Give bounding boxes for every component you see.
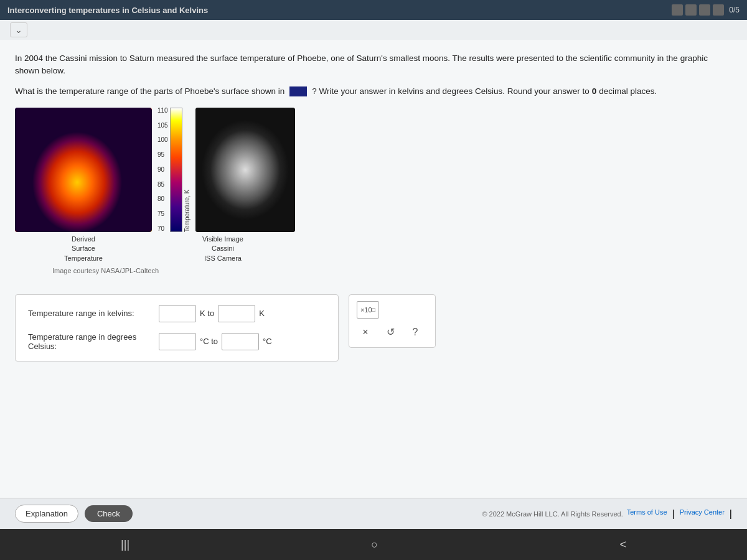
- copyright-area: © 2022 McGraw Hill LLC. All Rights Reser…: [482, 508, 732, 520]
- zero-text: 0: [592, 85, 597, 98]
- kelvin-unit-2: K: [259, 309, 265, 318]
- explanation-button[interactable]: Explanation: [15, 505, 78, 523]
- copyright-links: Terms of Use | Privacy Center |: [627, 508, 732, 520]
- thermal-image: [15, 108, 152, 232]
- chevron-row: ⌄: [0, 20, 747, 40]
- score-display: 0/5: [729, 6, 740, 14]
- back-icon[interactable]: <: [619, 538, 626, 551]
- image-section: 110 105 100 95 90 85 80 75 70 Temp: [15, 108, 732, 274]
- scale-90: 90: [157, 167, 168, 173]
- visible-image-label: Visible Image Cassini ISS Camera: [173, 235, 273, 263]
- keypad-superscript: □: [372, 307, 375, 313]
- visible-image-inner: [195, 108, 295, 232]
- derived-label-1: Derived: [72, 235, 95, 243]
- keypad-x10-button[interactable]: ×10□: [357, 301, 379, 319]
- kelvin-input-group: K to K: [159, 305, 265, 322]
- keypad-x10-label: ×10: [360, 306, 372, 314]
- color-swatch: [289, 86, 307, 96]
- celsius-unit-1: °C to: [200, 337, 218, 346]
- window-controls: [672, 4, 724, 16]
- visible-label-2: Cassini: [212, 245, 234, 252]
- visible-image: [195, 108, 295, 232]
- undo-icon: ↺: [387, 326, 395, 338]
- window-btn-3[interactable]: [699, 4, 710, 16]
- kelvin-row: Temperature range in kelvins: K to K: [28, 305, 326, 322]
- keypad-bottom: × ↺ ?: [357, 324, 428, 341]
- thermal-image-inner: [15, 108, 152, 232]
- close-icon: ×: [362, 327, 368, 338]
- help-icon: ?: [413, 327, 418, 338]
- scale-labels: 110 105 100 95 90 85 80 75 70: [156, 108, 170, 232]
- visible-label-1: Visible Image: [202, 235, 243, 243]
- intro-paragraph: In 2004 the Cassini mission to Saturn me…: [15, 52, 732, 78]
- scale-100: 100: [157, 137, 168, 143]
- keypad-top: ×10□: [357, 301, 428, 319]
- question-text-3: decimal places.: [599, 85, 657, 98]
- scale-105: 105: [157, 123, 168, 129]
- collapse-button[interactable]: ⌄: [10, 22, 27, 37]
- celsius-unit-2: °C: [263, 337, 272, 346]
- celsius-from-input[interactable]: [159, 333, 196, 350]
- celsius-row: Temperature range in degrees Celsius: °C…: [28, 332, 326, 351]
- temp-scale-container: 110 105 100 95 90 85 80 75 70: [156, 108, 182, 232]
- keypad-undo-button[interactable]: ↺: [382, 324, 399, 341]
- copyright-text: © 2022 McGraw Hill LLC. All Rights Reser…: [482, 510, 622, 518]
- image-labels: Derived Surface Temperature Visible Imag…: [15, 235, 273, 263]
- scale-80: 80: [157, 196, 168, 202]
- window-btn-2[interactable]: [685, 4, 697, 16]
- kelvin-label: Temperature range in kelvins:: [28, 309, 153, 318]
- scale-95: 95: [157, 152, 168, 158]
- divider: |: [672, 508, 675, 520]
- scale-70: 70: [157, 226, 168, 232]
- kelvin-from-input[interactable]: [159, 305, 196, 322]
- celsius-label: Temperature range in degrees Celsius:: [28, 332, 153, 351]
- keypad-close-button[interactable]: ×: [357, 324, 374, 341]
- answer-section: Temperature range in kelvins: K to K Tem…: [15, 294, 732, 362]
- scale-bar: [170, 108, 182, 232]
- page-title: Interconverting temperatures in Celsius …: [7, 6, 208, 15]
- image-credit: Image courtesy NASA/JPL-Caltech: [52, 267, 159, 274]
- scale-110: 110: [157, 108, 168, 114]
- privacy-link[interactable]: Privacy Center: [680, 508, 725, 520]
- terms-link[interactable]: Terms of Use: [627, 508, 667, 520]
- image-container: 110 105 100 95 90 85 80 75 70 Temp: [15, 108, 295, 232]
- scale-85: 85: [157, 182, 168, 188]
- phone-nav-bar: ||| ○ <: [0, 529, 747, 560]
- check-button[interactable]: Check: [85, 505, 133, 522]
- kelvin-unit-1: K to: [200, 309, 214, 318]
- question-text-2: ? Write your answer in kelvins and degre…: [312, 85, 589, 98]
- derived-label-3: Temperature: [64, 254, 103, 262]
- trailing-pipe: |: [730, 508, 732, 520]
- top-bar: Interconverting temperatures in Celsius …: [0, 0, 747, 20]
- derived-label-2: Surface: [72, 245, 95, 252]
- keypad-help-button[interactable]: ?: [406, 324, 424, 341]
- question-text-1: What is the temperature range of the par…: [15, 85, 284, 98]
- question-paragraph: What is the temperature range of the par…: [15, 85, 732, 98]
- scale-75: 75: [157, 211, 168, 217]
- main-content: In 2004 the Cassini mission to Saturn me…: [0, 40, 747, 498]
- answer-fields-panel: Temperature range in kelvins: K to K Tem…: [15, 294, 339, 362]
- visible-label-3: ISS Camera: [204, 254, 242, 262]
- temp-scale-wrapper: 110 105 100 95 90 85 80 75 70 Temp: [152, 108, 190, 232]
- home-icon[interactable]: ○: [371, 538, 378, 551]
- keypad-panel: ×10□ × ↺ ?: [349, 294, 436, 348]
- window-btn-1[interactable]: [672, 4, 683, 16]
- celsius-input-group: °C to °C: [159, 333, 272, 350]
- bottom-left: Explanation Check: [15, 505, 133, 523]
- window-btn-4[interactable]: [713, 4, 724, 16]
- bottom-bar: Explanation Check © 2022 McGraw Hill LLC…: [0, 498, 747, 529]
- celsius-to-input[interactable]: [222, 333, 259, 350]
- derived-surface-label: Derived Surface Temperature: [15, 235, 152, 263]
- scale-title: Temperature, K: [184, 108, 190, 232]
- kelvin-to-input[interactable]: [218, 305, 255, 322]
- temp-scale: 110 105 100 95 90 85 80 75 70: [156, 108, 182, 232]
- menu-icon[interactable]: |||: [121, 538, 129, 551]
